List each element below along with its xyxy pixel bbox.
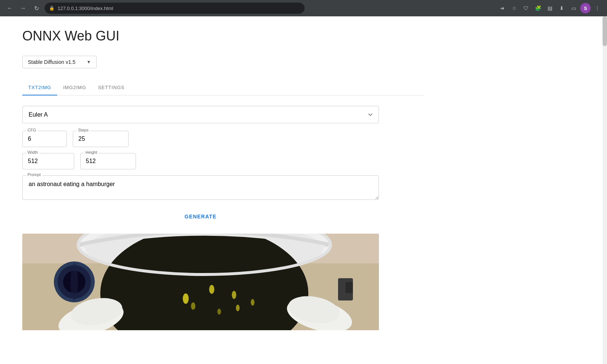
- cast-button[interactable]: ▤: [545, 3, 555, 13]
- svg-point-12: [209, 285, 214, 294]
- profile-button[interactable]: S: [580, 3, 591, 13]
- pip-button[interactable]: ▭: [568, 3, 579, 13]
- height-input[interactable]: [80, 153, 136, 169]
- generated-image-container: [22, 234, 379, 331]
- svg-point-14: [236, 305, 240, 311]
- cfg-steps-row: CFG Steps: [22, 131, 379, 147]
- prompt-label: Prompt: [26, 172, 42, 177]
- svg-point-13: [232, 291, 236, 299]
- back-button[interactable]: ←: [4, 3, 15, 13]
- steps-input[interactable]: [73, 131, 129, 147]
- svg-rect-7: [345, 282, 353, 293]
- height-field-group: Height: [80, 153, 136, 169]
- forward-button[interactable]: →: [18, 3, 28, 13]
- dimensions-row: Width Height: [22, 153, 379, 169]
- width-input[interactable]: [22, 153, 74, 169]
- download-button[interactable]: ⬇: [556, 3, 567, 13]
- prompt-input[interactable]: an astronaut eating a hamburger: [22, 175, 379, 200]
- cfg-input[interactable]: [22, 131, 67, 147]
- steps-label: Steps: [77, 128, 90, 132]
- tabs: TXT2IMG IMG2IMG SETTINGS: [22, 80, 423, 95]
- form-area: Euler A Euler LMS Heun DPM2 DPM++ 2M CFG…: [22, 106, 379, 331]
- model-selector[interactable]: Stable Diffusion v1.5 ▼: [22, 56, 97, 68]
- cfg-label: CFG: [26, 128, 38, 132]
- model-selector-value: Stable Diffusion v1.5: [28, 59, 75, 65]
- sampler-select[interactable]: Euler A Euler LMS Heun DPM2 DPM++ 2M: [22, 106, 379, 123]
- height-label: Height: [84, 150, 99, 155]
- url-text: 127.0.0.1:3000/index.html: [58, 6, 113, 11]
- lock-icon: 🔒: [49, 6, 55, 11]
- scrollbar[interactable]: [603, 16, 607, 343]
- browser-toolbar-right: ➜ ☆ 🛡 🧩 ▤ ⬇ ▭ S ⋮: [497, 3, 603, 13]
- svg-point-10: [100, 234, 308, 330]
- tab-txt2img[interactable]: TXT2IMG: [22, 80, 57, 95]
- prompt-group: Prompt an astronaut eating a hamburger: [22, 175, 379, 201]
- svg-point-5: [71, 263, 78, 300]
- extensions-puzzle-button[interactable]: 🧩: [533, 3, 543, 13]
- tab-img2img[interactable]: IMG2IMG: [57, 80, 92, 95]
- width-field-group: Width: [22, 153, 74, 169]
- cfg-field-group: CFG: [22, 131, 67, 147]
- reload-button[interactable]: ↻: [31, 3, 42, 13]
- generated-image: [22, 234, 379, 330]
- page-content: ONNX Web GUI Stable Diffusion v1.5 ▼ TXT…: [0, 16, 446, 343]
- share-button[interactable]: ➜: [497, 3, 507, 13]
- tab-settings[interactable]: SETTINGS: [92, 80, 130, 95]
- steps-field-group: Steps: [73, 131, 129, 147]
- svg-point-22: [217, 309, 221, 315]
- svg-point-15: [251, 299, 254, 306]
- browser-chrome: ← → ↻ 🔒 127.0.0.1:3000/index.html ➜ ☆ 🛡 …: [0, 0, 607, 16]
- menu-button[interactable]: ⋮: [592, 3, 603, 13]
- svg-point-21: [191, 302, 195, 310]
- page-title: ONNX Web GUI: [22, 28, 423, 44]
- extension-shield-button[interactable]: 🛡: [521, 3, 531, 13]
- svg-point-11: [183, 293, 189, 304]
- scrollbar-thumb[interactable]: [603, 16, 607, 46]
- width-label: Width: [26, 150, 39, 155]
- generate-button[interactable]: GENERATE: [176, 210, 225, 223]
- address-bar[interactable]: 🔒 127.0.0.1:3000/index.html: [45, 3, 305, 14]
- model-selector-arrow-icon: ▼: [87, 59, 91, 65]
- bookmark-button[interactable]: ☆: [509, 3, 519, 13]
